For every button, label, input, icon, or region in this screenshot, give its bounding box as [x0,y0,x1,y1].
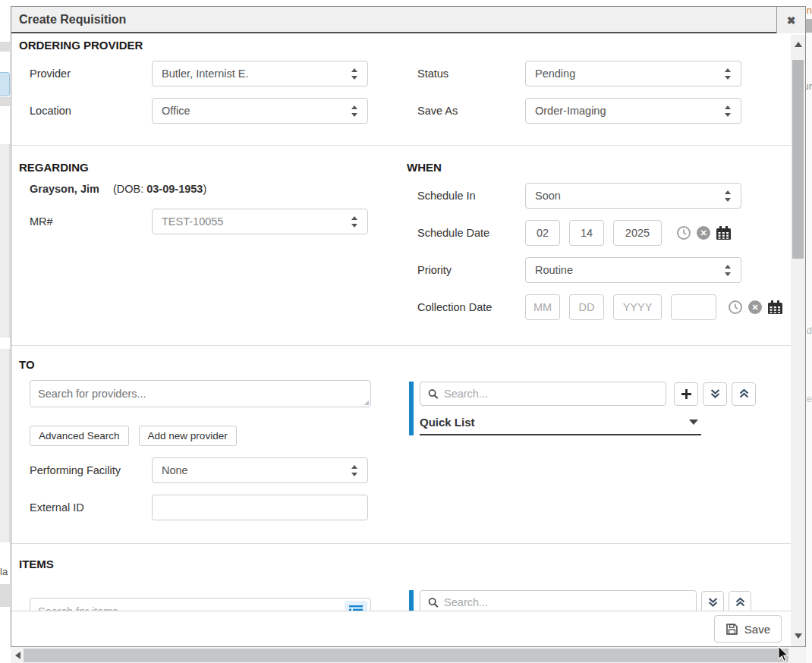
horizontal-scrollbar[interactable] [11,647,806,663]
location-select[interactable]: Office [152,98,368,124]
background-fragment [0,72,10,96]
collection-month-input[interactable] [525,294,560,320]
schedule-year-input[interactable] [613,220,662,246]
save-button-label: Save [744,623,770,636]
search-icon [428,388,439,400]
clear-date-icon[interactable]: ✕ [697,226,710,240]
clock-icon[interactable] [728,300,743,315]
plus-icon [681,388,692,400]
mr-row: MR# TEST-10055 [19,209,407,234]
performing-facility-label: Performing Facility [30,464,152,476]
section-to: TO ◢ Advanced Search Add new provider Pe… [11,345,791,543]
dob-suffix: ) [203,183,206,195]
add-provider-to-list-button[interactable] [674,382,698,406]
quick-list-header[interactable]: Quick List [420,413,701,435]
close-button[interactable]: ✖ [776,7,805,33]
priority-select[interactable]: Routine [525,257,741,283]
background-right-strip: n ur d de [806,0,812,663]
schedule-date-row: Schedule Date ✕ [407,220,791,246]
clock-icon[interactable] [676,225,691,240]
chevron-double-down-icon [707,597,719,608]
resize-handle-icon[interactable]: ◢ [364,399,369,406]
mouse-cursor [777,646,789,663]
section-regarding-when: REGARDING Grayson, Jim (DOB: 03-09-1953)… [11,145,791,345]
dob-value: 03-09-1953 [146,183,203,195]
background-fragment [0,584,10,607]
priority-label: Priority [417,264,525,276]
collapse-all-button[interactable] [729,591,751,611]
collapse-all-button[interactable] [732,382,756,406]
caret-updown-icon [351,68,358,80]
collection-year-input[interactable] [613,294,662,320]
save-icon [725,623,738,636]
external-id-row: External ID [19,495,407,520]
modal-header: Create Requisition ✖ [11,7,805,33]
schedule-in-select-value: Soon [535,190,561,202]
provider-quick-panel: Quick List [409,382,791,435]
triangle-down-icon [795,633,802,639]
external-id-input[interactable] [152,495,368,520]
location-row: Location Office [19,98,407,124]
background-fragment [0,349,10,542]
location-label: Location [30,105,152,117]
provider-panel-search[interactable] [420,382,666,406]
caret-updown-icon [724,265,732,276]
dob-prefix: (DOB: [113,183,143,195]
triangle-up-icon [795,42,802,47]
provider-panel-search-input[interactable] [444,388,658,400]
horizontal-scrollbar-thumb[interactable] [24,649,788,662]
scroll-up-arrow[interactable] [791,38,805,50]
chevron-double-up-icon [738,388,750,399]
item-search-input[interactable] [30,598,371,611]
status-row: Status Pending [407,61,791,86]
provider-search-wrap: ◢ [30,380,371,410]
schedule-day-input[interactable] [569,220,604,246]
status-select[interactable]: Pending [525,61,741,86]
create-requisition-modal: Create Requisition ✖ ORDERING PROVIDER P… [11,6,806,647]
collection-time-input[interactable] [671,294,716,320]
items-panel-search[interactable] [420,590,697,611]
performing-facility-select[interactable]: None [152,457,368,483]
vertical-scrollbar[interactable] [791,35,805,646]
provider-search-textarea[interactable] [30,380,371,407]
collection-date-row: Collection Date ✕ [407,294,791,320]
items-panel-search-input[interactable] [444,596,688,608]
background-fragment [0,97,10,106]
calendar-icon[interactable] [767,300,783,315]
save-as-label: Save As [417,105,525,117]
caret-updown-icon [724,68,732,80]
schedule-in-row: Schedule In Soon [407,183,791,209]
items-title: ITEMS [19,558,791,570]
save-as-select[interactable]: Order-Imaging [525,98,741,124]
save-button[interactable]: Save [714,615,782,643]
expand-all-button[interactable] [703,382,727,406]
collection-day-input[interactable] [569,294,604,320]
vertical-scrollbar-thumb[interactable] [792,60,804,259]
clear-date-icon[interactable]: ✕ [748,300,762,314]
add-new-provider-button[interactable]: Add new provider [139,426,237,446]
scroll-down-arrow[interactable] [791,630,805,642]
schedule-month-input[interactable] [525,220,560,246]
location-select-value: Office [162,105,190,117]
schedule-in-select[interactable]: Soon [525,183,741,209]
performing-facility-row: Performing Facility None [19,457,407,483]
regarding-title: REGARDING [19,161,407,174]
item-list-icon [348,605,364,611]
provider-select[interactable]: Butler, Internist E. [152,61,368,86]
caret-down-icon [689,419,698,425]
when-title: WHEN [407,161,791,174]
item-search-wrap [30,598,371,611]
calendar-icon[interactable] [716,225,732,240]
schedule-in-label: Schedule In [417,190,525,202]
scroll-left-arrow[interactable] [12,649,23,661]
expand-all-button[interactable] [701,591,724,611]
item-browse-button[interactable] [345,601,367,611]
search-icon [428,597,439,608]
to-title: TO [19,358,791,371]
status-select-value: Pending [535,68,575,80]
mr-select[interactable]: TEST-10055 [152,209,368,234]
triangle-left-icon [15,652,20,659]
advanced-search-button[interactable]: Advanced Search [30,426,129,446]
priority-select-value: Routine [535,264,573,276]
background-scrollbar-fragment [806,19,812,33]
